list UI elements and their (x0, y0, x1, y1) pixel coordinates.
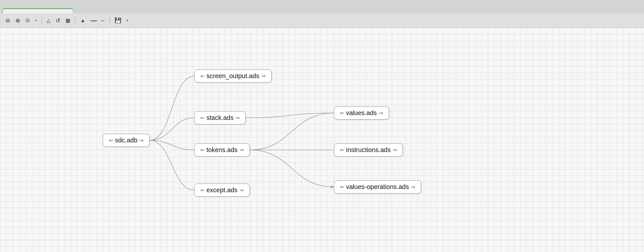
node-label: instructions.ads (346, 146, 391, 154)
refresh-icon: ↺ (56, 17, 60, 24)
canvas: ⇐sdc.adb⇒⇐screen_output.ads⇒⇐stack.ads⇒⇐… (0, 28, 644, 252)
node-label: values.ads (346, 109, 377, 117)
minus-icon: – (101, 17, 105, 24)
line-button[interactable]: — (89, 15, 98, 25)
edge-tokens-to-values (250, 113, 334, 150)
node-right-arrow: ⇒ (235, 115, 239, 121)
edge-sdc_adb-to-screen_output (150, 76, 194, 140)
node-right-arrow: ⇒ (411, 184, 415, 190)
chevron-down-icon: ▾ (35, 19, 37, 22)
node-left-arrow: ⇐ (200, 115, 205, 121)
save-chevron-button[interactable]: ▾ (125, 17, 130, 23)
node-left-arrow: ⇐ (200, 147, 205, 153)
zoom-fit-button[interactable]: ⊙ (24, 16, 31, 25)
zoom-chevron-button[interactable]: ▾ (33, 17, 38, 23)
refresh-button[interactable]: ↺ (54, 16, 62, 25)
node-label: tokens.ads (206, 146, 238, 154)
color-icon: ▲ (80, 18, 85, 23)
node-label: except.ads (206, 186, 238, 194)
node-instructions[interactable]: ⇐instructions.ads⇒ (334, 143, 403, 157)
main-window: ⊖ ⊕ ⊙ ▾ △ ↺ ▦ ▲ — – (0, 0, 644, 252)
node-except[interactable]: ⇐except.ads⇒ (194, 184, 250, 197)
edge-tokens-to-values_ops (250, 150, 334, 187)
separator-2 (75, 17, 75, 24)
node-left-arrow: ⇐ (340, 110, 344, 116)
node-left-arrow: ⇐ (200, 73, 205, 79)
node-right-arrow: ⇒ (239, 187, 244, 193)
node-left-arrow: ⇐ (200, 187, 205, 193)
edge-stack-to-values (246, 113, 334, 118)
node-right-arrow: ⇒ (261, 73, 265, 79)
node-values[interactable]: ⇐values.ads⇒ (334, 106, 389, 120)
node-label: stack.ads (206, 114, 233, 122)
select-icon: △ (47, 17, 50, 23)
line-icon: — (91, 17, 96, 24)
save-button[interactable]: 💾 (113, 16, 123, 25)
zoom-in-icon: ⊕ (15, 17, 20, 24)
zoom-in-button[interactable]: ⊕ (14, 16, 22, 25)
node-right-arrow: ⇒ (239, 147, 244, 153)
view-icon: ▦ (65, 17, 70, 23)
zoom-fit-icon: ⊙ (25, 17, 30, 24)
node-right-arrow: ⇒ (139, 137, 144, 143)
edge-sdc_adb-to-except (150, 140, 194, 190)
color-button[interactable]: ▲ (79, 16, 87, 25)
zoom-out-icon: ⊖ (5, 17, 10, 24)
node-stack[interactable]: ⇐stack.ads⇒ (194, 111, 246, 124)
separator-3 (109, 17, 110, 24)
view-button[interactable]: ▦ (64, 16, 72, 25)
node-label: values-operations.ads (346, 183, 409, 191)
connections-svg (0, 28, 644, 252)
separator-1 (41, 17, 42, 24)
node-label: screen_output.ads (206, 72, 259, 80)
node-sdc_adb[interactable]: ⇐sdc.adb⇒ (103, 134, 150, 147)
save-icon: 💾 (115, 17, 121, 24)
save-chevron-icon: ▾ (126, 19, 128, 22)
title-bar (0, 0, 644, 14)
select-button[interactable]: △ (45, 16, 52, 25)
node-label: sdc.adb (115, 137, 137, 144)
edge-sdc_adb-to-stack (150, 118, 194, 140)
zoom-out-button[interactable]: ⊖ (4, 16, 12, 25)
node-right-arrow: ⇒ (379, 110, 383, 116)
edge-sdc_adb-to-tokens (150, 140, 194, 150)
node-tokens[interactable]: ⇐tokens.ads⇒ (194, 143, 250, 157)
node-screen_output[interactable]: ⇐screen_output.ads⇒ (194, 69, 272, 83)
node-left-arrow: ⇐ (340, 184, 344, 190)
node-left-arrow: ⇐ (340, 147, 344, 153)
minus-button[interactable]: – (100, 16, 106, 25)
toolbar: ⊖ ⊕ ⊙ ▾ △ ↺ ▦ ▲ — – (0, 14, 644, 28)
node-right-arrow: ⇒ (393, 147, 397, 153)
node-left-arrow: ⇐ (109, 137, 113, 143)
tab-dependency-browser[interactable] (3, 8, 73, 14)
node-values_ops[interactable]: ⇐values-operations.ads⇒ (334, 180, 421, 194)
